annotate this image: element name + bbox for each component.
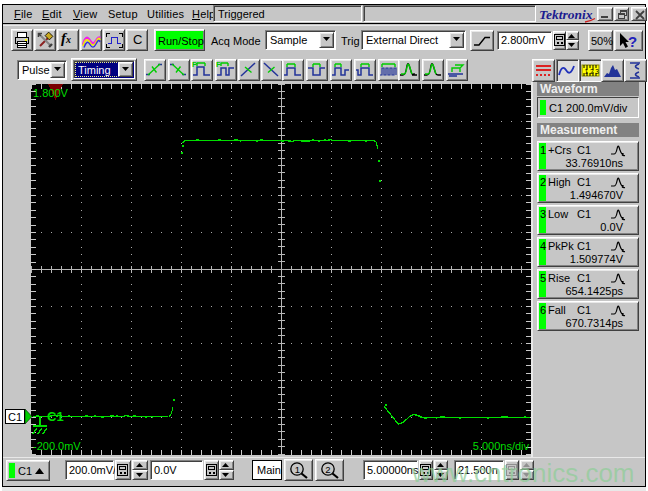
svg-text:C1: C1 [47, 409, 64, 424]
svg-text:-200.0mV: -200.0mV [33, 440, 81, 452]
svg-text:2: 2 [325, 464, 330, 475]
svg-text:1.800V: 1.800V [33, 87, 69, 99]
svg-text:1: 1 [295, 464, 300, 475]
svg-text:?: ? [628, 33, 637, 50]
svg-text:5.000ns/div: 5.000ns/div [473, 440, 530, 452]
svg-text:1 2 3: 1 2 3 [585, 68, 600, 75]
